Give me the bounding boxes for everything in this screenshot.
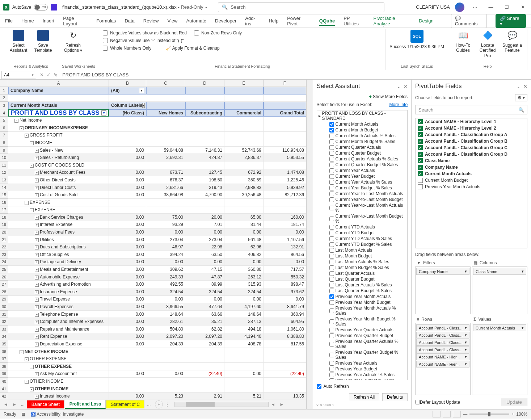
cell[interactable]: +Other Direct Costs <box>8 176 109 184</box>
cell[interactable]: 204.39 <box>185 340 224 348</box>
cell[interactable]: 22.98 <box>185 243 224 251</box>
cell[interactable]: 1,474.08 <box>264 169 306 177</box>
row-header[interactable]: 5 <box>0 117 8 124</box>
cell[interactable]: 7,146.31 <box>185 147 224 154</box>
cell[interactable]: 0.00 <box>109 340 146 348</box>
cell[interactable] <box>109 199 146 206</box>
normal-view-button[interactable] <box>433 411 441 417</box>
cell[interactable] <box>109 139 146 147</box>
tree-item[interactable]: Previous Year Actuals % Sales <box>317 372 408 378</box>
cell[interactable]: +Sales - Refurbishing <box>8 154 109 161</box>
row-header[interactable]: 41 <box>0 385 8 393</box>
ribbon-tab-formulas[interactable]: Formulas <box>96 16 116 26</box>
cell[interactable]: 0.00 <box>109 251 146 259</box>
nonzero-checkbox[interactable]: Non-Zero Rows Only <box>194 30 242 36</box>
cell[interactable] <box>264 206 306 214</box>
cell[interactable]: 0.00 <box>109 392 146 399</box>
cancel-icon[interactable]: ✕ <box>40 72 44 77</box>
cell[interactable]: +Travel Expense <box>8 296 109 303</box>
cell[interactable]: -OTHER EXPENSE <box>8 355 109 363</box>
cell[interactable]: 5,939.92 <box>264 184 306 192</box>
cell[interactable] <box>109 117 146 124</box>
cell[interactable]: 0.00 <box>109 266 146 273</box>
cell[interactable]: 0.00 <box>109 333 146 341</box>
neg-black-checkbox[interactable]: Negative Values show as Black not Red <box>103 30 187 36</box>
cell[interactable]: 8,641.79 <box>264 303 306 311</box>
cell[interactable]: 424.87 <box>185 154 224 161</box>
whole-numbers-checkbox[interactable]: Whole Numbers Only <box>103 45 151 51</box>
cell[interactable]: 973.62 <box>264 288 306 296</box>
cell[interactable]: 1,225.46 <box>264 176 306 184</box>
cell[interactable]: 0.00 <box>109 221 146 229</box>
cell[interactable]: 0.00 <box>146 228 185 236</box>
cell[interactable] <box>224 117 264 124</box>
cell[interactable] <box>264 124 306 132</box>
area-item[interactable]: Company Name▾ <box>416 268 469 275</box>
row-header[interactable]: 8 <box>0 139 8 147</box>
cell[interactable]: 0.00 <box>109 311 146 318</box>
row-header[interactable]: 22 <box>0 243 8 251</box>
tree-item[interactable]: Current YTD Actuals % Sales <box>317 236 408 242</box>
cell[interactable] <box>185 94 224 102</box>
row-header[interactable]: 9 <box>0 147 8 154</box>
zoom-in-button[interactable]: + <box>511 412 514 417</box>
tree-item[interactable]: Current Year Actuals <box>317 168 408 173</box>
rows-area[interactable]: Account PandL - Class...▾Account PandL -… <box>415 323 471 395</box>
cell[interactable] <box>185 206 224 214</box>
cell[interactable] <box>146 117 185 124</box>
zoom-out-button[interactable]: — <box>463 412 467 417</box>
cell[interactable] <box>146 378 185 385</box>
area-item[interactable]: Account NAME - Hier...▾ <box>416 353 469 360</box>
tree-item[interactable]: Current Year Actuals % Sales <box>317 179 408 185</box>
tab-more[interactable]: ... <box>19 402 27 407</box>
cell[interactable]: +Cost of Goods Sold <box>8 191 109 199</box>
col-header-F[interactable]: F <box>264 80 306 87</box>
cell[interactable]: 717.57 <box>264 266 306 273</box>
close-icon[interactable]: ✕ <box>404 84 408 89</box>
accessibility-status[interactable]: ♿ Accessibility: Investigate <box>30 412 84 417</box>
gear-icon[interactable]: ⚙ ▾ <box>515 94 527 101</box>
cell[interactable]: 0.00 <box>185 296 224 303</box>
cell[interactable] <box>185 102 224 109</box>
tab-nav-prev[interactable]: ◄ <box>1 402 10 407</box>
cell[interactable] <box>8 94 109 102</box>
tree-item[interactable]: Current Year-to-Last Month Actuals % <box>317 202 408 213</box>
cell[interactable] <box>185 199 224 206</box>
select-all-corner[interactable] <box>0 80 8 87</box>
row-header[interactable]: 7 <box>0 132 8 139</box>
tree-item[interactable]: Current Year-to-Last Month Actuals <box>317 191 408 197</box>
cell[interactable]: 0.00 <box>109 184 146 192</box>
avatar[interactable] <box>455 3 464 12</box>
cell[interactable]: 20.00 <box>185 214 224 221</box>
row-header[interactable]: 24 <box>0 259 8 266</box>
row-header[interactable]: 11 <box>0 161 8 169</box>
cell[interactable] <box>146 102 185 109</box>
cell[interactable] <box>224 199 264 206</box>
cell[interactable]: +Payroll Expenses <box>8 303 109 311</box>
columns-area[interactable]: Class Name▾ <box>472 266 527 314</box>
cell[interactable]: 8,388.80 <box>264 333 306 341</box>
tree-item[interactable]: Current YTD Budget <box>317 230 408 236</box>
row-header[interactable]: 40 <box>0 378 8 385</box>
cell[interactable]: 1,107.56 <box>264 236 306 244</box>
tab-split[interactable]: ⋮ <box>163 402 172 407</box>
tree-item[interactable]: Current Month Budget <box>317 127 408 133</box>
cell[interactable]: 2,836.37 <box>224 154 264 161</box>
tree-item[interactable]: Current YTD Actuals <box>317 224 408 230</box>
cell[interactable] <box>146 139 185 147</box>
col-header-D[interactable]: D <box>185 80 224 87</box>
cell[interactable] <box>109 132 146 139</box>
tree-item[interactable]: Previous Year Actuals <box>317 360 408 366</box>
pivot-field[interactable]: Previous Year Month Actuals <box>416 184 527 190</box>
cell[interactable]: 394.24 <box>146 251 185 259</box>
cell[interactable]: 46.97 <box>146 243 185 251</box>
cell[interactable]: 324.54 <box>185 288 224 296</box>
cell[interactable] <box>185 117 224 124</box>
cell[interactable]: 0.00 <box>109 259 146 266</box>
cell[interactable] <box>109 378 146 385</box>
defaults-button[interactable]: Defaults <box>382 393 408 401</box>
values-area[interactable]: Current Month Actuals▾ <box>472 323 527 395</box>
ribbon-tab-power-pivot[interactable]: Power Pivot <box>287 13 311 29</box>
pivot-field[interactable]: ✓Company Name <box>416 164 527 171</box>
field-search-input[interactable]: Search🔍 <box>415 105 527 114</box>
